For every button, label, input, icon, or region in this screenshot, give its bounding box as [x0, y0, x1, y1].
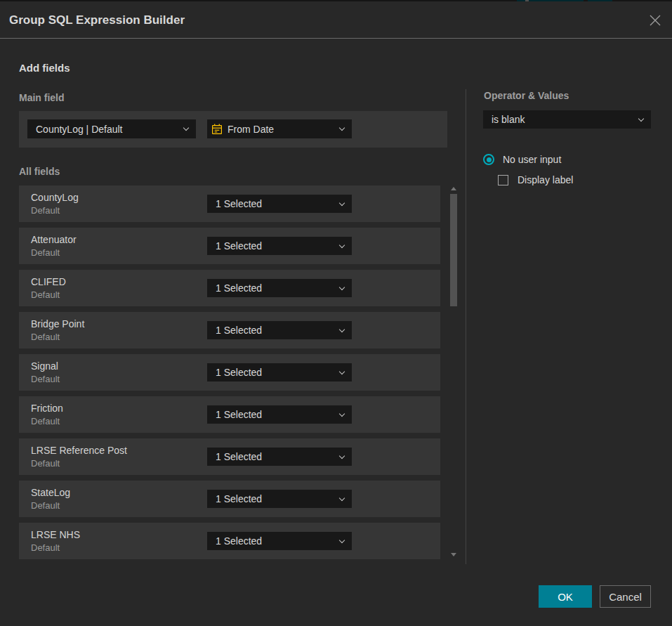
- field-selected-dropdown[interactable]: 1 Selected: [207, 321, 352, 339]
- dialog-title: Group SQL Expression Builder: [9, 13, 185, 27]
- chevron-down-icon: [339, 537, 345, 542]
- field-row-bridge-point: Bridge PointDefault1 Selected: [19, 312, 440, 348]
- chevron-down-icon: [339, 242, 345, 247]
- no-user-input-label: No user input: [503, 154, 561, 165]
- main-layer-select-value: CountyLog | Default: [27, 124, 184, 135]
- field-row-lrse-nhs: LRSE NHSDefault1 Selected: [19, 523, 440, 559]
- panel-divider: [466, 89, 466, 564]
- display-label-label: Display label: [518, 175, 573, 185]
- operator-select-value: is blank: [483, 114, 639, 125]
- field-selected-value: 1 Selected: [207, 409, 340, 420]
- main-field-select-value: From Date: [223, 124, 340, 135]
- field-selected-dropdown[interactable]: 1 Selected: [207, 237, 352, 255]
- main-field-select[interactable]: From Date: [207, 119, 352, 138]
- field-sublabel: Default: [31, 332, 60, 342]
- field-selected-value: 1 Selected: [207, 493, 340, 504]
- field-selected-value: 1 Selected: [207, 282, 340, 294]
- chevron-down-icon: [339, 368, 345, 374]
- all-fields-list: CountyLogDefault1 SelectedAttenuatorDefa…: [19, 185, 440, 565]
- field-selected-value: 1 Selected: [207, 325, 340, 336]
- field-name: Bridge Point: [31, 318, 84, 330]
- chevron-down-icon: [339, 200, 345, 205]
- field-selected-value: 1 Selected: [207, 451, 340, 462]
- operator-values-label: Operator & Values: [484, 90, 569, 101]
- ok-button[interactable]: OK: [539, 585, 592, 608]
- close-icon[interactable]: [649, 14, 661, 27]
- field-selected-value: 1 Selected: [207, 198, 340, 209]
- no-user-input-radio[interactable]: [483, 154, 494, 165]
- field-name: CLIFED: [31, 276, 66, 287]
- field-row-friction: FrictionDefault1 Selected: [19, 396, 440, 433]
- field-sublabel: Default: [31, 458, 60, 469]
- field-sublabel: Default: [31, 542, 60, 553]
- field-sublabel: Default: [31, 205, 60, 216]
- chevron-down-icon: [339, 125, 345, 131]
- scrollbar-down-icon[interactable]: [451, 553, 456, 556]
- field-selected-dropdown[interactable]: 1 Selected: [207, 363, 352, 382]
- field-selected-dropdown[interactable]: 1 Selected: [207, 279, 352, 297]
- field-row-signal: SignalDefault1 Selected: [19, 354, 440, 391]
- field-selected-value: 1 Selected: [207, 535, 340, 547]
- field-selected-value: 1 Selected: [207, 240, 340, 252]
- field-name: CountyLog: [31, 192, 79, 203]
- scrollbar-thumb[interactable]: [450, 194, 457, 306]
- cancel-button[interactable]: Cancel: [600, 585, 651, 608]
- field-row-lrse-reference-post: LRSE Reference PostDefault1 Selected: [19, 438, 440, 475]
- scrollbar-up-icon[interactable]: [451, 187, 456, 190]
- add-fields-heading: Add fields: [19, 62, 70, 74]
- field-selected-value: 1 Selected: [207, 367, 340, 378]
- dialog-header: Group SQL Expression Builder: [0, 1, 672, 39]
- field-row-attenuator: AttenuatorDefault1 Selected: [19, 228, 440, 264]
- field-name: Signal: [31, 360, 58, 372]
- field-selected-dropdown[interactable]: 1 Selected: [207, 490, 352, 508]
- field-name: StateLog: [31, 487, 70, 498]
- main-field-label: Main field: [19, 92, 65, 103]
- field-sublabel: Default: [31, 247, 60, 258]
- chevron-down-icon: [638, 115, 644, 121]
- chevron-down-icon: [339, 326, 345, 332]
- field-sublabel: Default: [31, 416, 60, 426]
- main-layer-select[interactable]: CountyLog | Default: [27, 119, 196, 138]
- field-sublabel: Default: [31, 289, 60, 300]
- main-field-panel: CountyLog | Default From Date: [19, 111, 447, 148]
- field-selected-dropdown[interactable]: 1 Selected: [207, 195, 352, 213]
- field-name: Friction: [31, 403, 63, 414]
- chevron-down-icon: [339, 495, 345, 500]
- all-fields-label: All fields: [19, 166, 60, 177]
- field-selected-dropdown[interactable]: 1 Selected: [207, 448, 352, 466]
- field-name: Attenuator: [31, 234, 77, 245]
- field-row-countylog: CountyLogDefault1 Selected: [19, 185, 440, 222]
- field-name: LRSE NHS: [31, 529, 80, 540]
- chevron-down-icon: [339, 452, 345, 458]
- radio-dot: [487, 157, 492, 162]
- field-sublabel: Default: [31, 500, 60, 511]
- field-selected-dropdown[interactable]: 1 Selected: [207, 405, 352, 424]
- field-row-clifed: CLIFEDDefault1 Selected: [19, 270, 440, 306]
- operator-select[interactable]: is blank: [483, 110, 651, 129]
- field-sublabel: Default: [31, 374, 60, 384]
- chevron-down-icon: [339, 410, 345, 416]
- calendar-icon: [211, 124, 223, 135]
- chevron-down-icon: [183, 125, 189, 131]
- display-label-checkbox[interactable]: [498, 175, 508, 185]
- field-row-statelog: StateLogDefault1 Selected: [19, 481, 440, 517]
- chevron-down-icon: [339, 284, 345, 289]
- field-selected-dropdown[interactable]: 1 Selected: [207, 532, 352, 550]
- field-name: LRSE Reference Post: [31, 445, 127, 456]
